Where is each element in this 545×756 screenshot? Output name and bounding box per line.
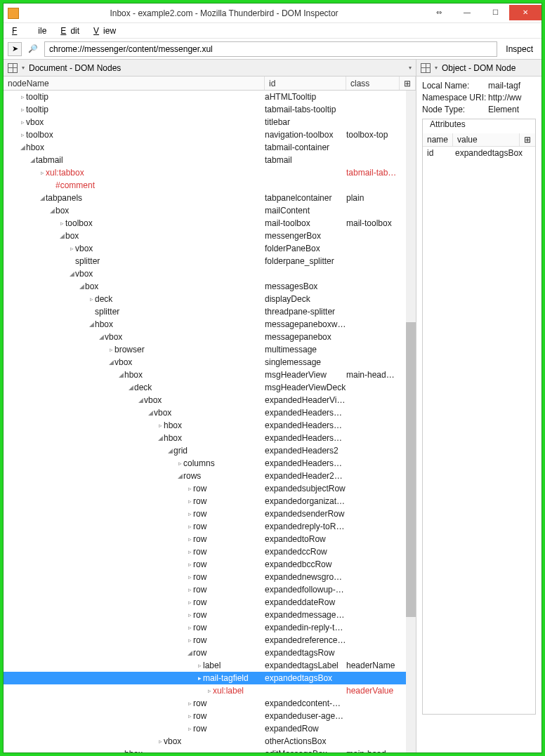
twisty-closed-icon[interactable]: ▹ — [186, 523, 193, 530]
twisty-closed-icon[interactable]: ▹ — [206, 687, 213, 694]
twisty-open-icon[interactable]: ◢ — [48, 207, 55, 214]
pointer-tool-icon[interactable]: ➤ — [8, 42, 22, 56]
tree-row[interactable]: ▹rowexpandedsubjectRow — [4, 482, 416, 495]
twisty-open-icon[interactable]: ◢ — [98, 333, 105, 340]
tree-row[interactable]: ◢boxmailContent — [4, 204, 416, 217]
panel-menu-icon[interactable] — [421, 63, 431, 73]
tree-row[interactable]: ▹rowexpandedbccRow — [4, 558, 416, 571]
twisty-closed-icon[interactable]: ▹ — [186, 548, 193, 555]
tree-row[interactable]: splitterthreadpane-splitter — [4, 305, 416, 318]
twisty-open-icon[interactable]: ◢ — [147, 409, 154, 416]
attribute-row[interactable]: id expandedtagsBox — [423, 147, 535, 159]
twisty-closed-icon[interactable]: ▹ — [186, 637, 193, 644]
tree-row[interactable]: ▹tooltipaHTMLTooltip — [4, 91, 416, 103]
tree-row[interactable]: ▹browsermultimessage — [4, 343, 416, 356]
twisty-closed-icon[interactable]: ▹ — [186, 536, 193, 543]
twisty-closed-icon[interactable]: ▹ — [68, 245, 75, 252]
twisty-closed-icon[interactable]: ▹ — [19, 93, 26, 100]
maximize-button[interactable]: ☐ — [481, 5, 509, 20]
twisty-open-icon[interactable]: ◢ — [29, 157, 36, 164]
col-attr-value[interactable]: value — [453, 133, 520, 146]
tree-row[interactable]: ▹vboxotherActionsBox — [4, 735, 416, 748]
tree-row[interactable]: ▹rowexpandedorganizati… — [4, 495, 416, 508]
tree-row[interactable]: ◢gridexpandedHeaders2 — [4, 444, 416, 457]
tree-row[interactable]: ▹hboxeditMessageBoxmain-head — [4, 748, 416, 752]
twisty-open-icon[interactable]: ◢ — [88, 321, 95, 328]
tree-row[interactable]: ▹rowexpandedsenderRow — [4, 508, 416, 520]
url-input[interactable] — [44, 41, 497, 57]
twisty-open-icon[interactable]: ◢ — [19, 144, 26, 151]
column-picker-icon[interactable]: ⊞ — [400, 77, 416, 90]
col-class[interactable]: class — [346, 77, 400, 90]
tree-row[interactable]: ▹rowexpandeduser-age… — [4, 710, 416, 722]
tree-row[interactable]: ◢vboxexpandedHeaderVi… — [4, 394, 416, 406]
twisty-closed-icon[interactable]: ▹ — [88, 296, 95, 303]
tree-row[interactable]: ▹labelexpandedtagsLabelheaderName — [4, 659, 416, 672]
tree-row[interactable]: ◢vboxexpandedHeadersB… — [4, 406, 416, 419]
tree-row[interactable]: ▹rowexpandedreply-toR… — [4, 520, 416, 533]
twisty-open-icon[interactable]: ◢ — [117, 371, 124, 378]
tree-row[interactable]: ▹rowexpandedtoRow — [4, 533, 416, 545]
twisty-open-icon[interactable]: ◢ — [78, 283, 85, 290]
twisty-closed-icon[interactable]: ▹ — [186, 586, 193, 593]
twisty-open-icon[interactable]: ◢ — [68, 270, 75, 277]
twisty-closed-icon[interactable]: ▹ — [186, 624, 193, 631]
col-attr-name[interactable]: name — [423, 133, 453, 146]
twisty-open-icon[interactable]: ◢ — [186, 649, 193, 656]
twisty-closed-icon[interactable]: ▹ — [19, 131, 26, 138]
tree-row[interactable]: ◢tabpanelstabpanelcontainerplain — [4, 192, 416, 204]
twisty-open-icon[interactable]: ◢ — [157, 435, 164, 442]
panel-options-dropdown-icon[interactable]: ▾ — [409, 65, 412, 71]
tree-row[interactable]: ▹rowexpandednewsgrou… — [4, 571, 416, 583]
close-button[interactable]: ✕ — [509, 5, 541, 20]
tree-row[interactable]: ▹rowexpandedin-reply-t… — [4, 621, 416, 634]
twisty-closed-icon[interactable]: ▹ — [157, 422, 164, 429]
twisty-closed-icon[interactable]: ▹ — [19, 106, 26, 113]
tree-row[interactable]: ◢rowsexpandedHeader2R… — [4, 470, 416, 482]
twisty-closed-icon[interactable]: ▹ — [107, 346, 114, 353]
tree-row[interactable]: ◢boxmessengerBox — [4, 230, 416, 242]
tree-row[interactable]: ◢boxmessagesBox — [4, 280, 416, 293]
twisty-closed-icon[interactable]: ▹ — [186, 498, 193, 505]
twisty-open-icon[interactable]: ◢ — [127, 384, 134, 391]
tree-row[interactable]: ◢hboxmsgHeaderViewmain-head… — [4, 369, 416, 381]
tree-row[interactable]: ▹vboxtitlebar — [4, 116, 416, 128]
menu-edit[interactable]: Edit — [56, 25, 88, 37]
minimize-button[interactable]: — — [453, 5, 481, 20]
tree-row[interactable]: ◢hboxexpandedHeadersB… — [4, 432, 416, 444]
twisty-closed-icon[interactable]: ▹ — [186, 573, 193, 581]
search-icon[interactable]: 🔎 — [26, 42, 40, 56]
twisty-closed-icon[interactable]: ▹ — [19, 119, 26, 126]
menu-file[interactable]: File — [8, 25, 55, 37]
tree-row[interactable]: ▹rowexpandedmessage-… — [4, 609, 416, 621]
tree-row[interactable]: ▹toolboxnavigation-toolboxtoolbox-top — [4, 128, 416, 141]
tree-row[interactable]: ◢hboxmessagepaneboxw… — [4, 318, 416, 331]
restore-small-button[interactable]: ⇔ — [425, 5, 453, 20]
tree-row[interactable]: ▹rowexpandedccRow — [4, 545, 416, 558]
tree-row[interactable]: #comment — [4, 179, 416, 192]
twisty-open-icon[interactable]: ◢ — [166, 447, 173, 454]
twisty-closed-icon[interactable]: ▹ — [157, 738, 164, 745]
tree-row[interactable]: ◢deckmsgHeaderViewDeck — [4, 381, 416, 394]
twisty-closed-icon[interactable]: ▹ — [186, 510, 193, 517]
twisty-open-icon[interactable]: ◢ — [58, 232, 65, 239]
twisty-closed-icon[interactable]: ▹ — [186, 712, 193, 719]
scrollbar-thumb[interactable] — [406, 322, 416, 617]
twisty-closed-icon[interactable]: ▹ — [186, 561, 193, 568]
twisty-closed-icon[interactable]: ▹ — [186, 700, 193, 707]
tree-row[interactable]: ▹xul:labelheaderValue — [4, 684, 416, 697]
tree-row[interactable]: ▹rowexpandedcontent-… — [4, 697, 416, 710]
twisty-closed-icon[interactable]: ▹ — [186, 599, 193, 606]
tree-row[interactable]: ◢hboxtabmail-container — [4, 141, 416, 154]
panel-menu-icon[interactable] — [8, 63, 18, 73]
twisty-closed-icon[interactable]: ▹ — [186, 725, 193, 732]
tree-row[interactable]: ▹rowexpandedRow — [4, 722, 416, 735]
twisty-closed-icon[interactable]: ▹ — [186, 611, 193, 618]
tree-row[interactable]: ◢tabmailtabmail — [4, 154, 416, 166]
tree-row[interactable]: ▹rowexpandedreference… — [4, 634, 416, 646]
twisty-open-icon[interactable]: ◢ — [137, 397, 144, 404]
tree-row[interactable]: ▹toolboxmail-toolboxmail-toolbox — [4, 217, 416, 230]
tree-row[interactable]: ◢vbox — [4, 267, 416, 280]
tree-row[interactable]: ▹xul:tabboxtabmail-tab… — [4, 166, 416, 179]
twisty-open-icon[interactable]: ◢ — [39, 194, 46, 201]
